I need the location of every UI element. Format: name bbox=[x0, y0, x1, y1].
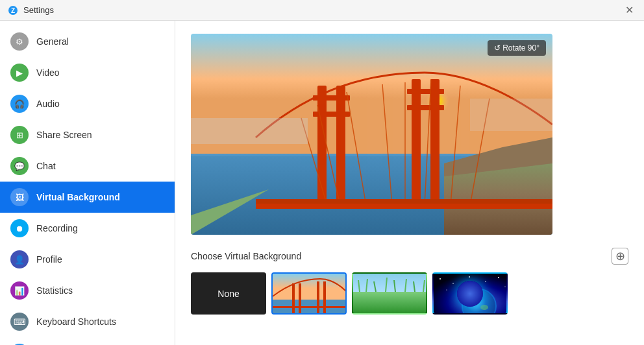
share-screen-icon: ⊞ bbox=[10, 126, 29, 144]
svg-rect-13 bbox=[412, 79, 421, 206]
add-background-button[interactable]: ⊕ bbox=[612, 248, 628, 265]
sidebar-label-audio: Audio bbox=[36, 99, 60, 109]
svg-rect-32 bbox=[299, 283, 301, 315]
choose-header: Choose Virtual Background ⊕ bbox=[191, 248, 628, 265]
svg-point-52 bbox=[446, 289, 447, 290]
svg-rect-26 bbox=[256, 199, 552, 204]
thumbnail-none[interactable]: None bbox=[191, 272, 266, 315]
svg-rect-35 bbox=[273, 306, 347, 308]
recording-icon: ⏺ bbox=[10, 219, 29, 237]
svg-point-56 bbox=[469, 299, 479, 305]
none-label: None bbox=[217, 289, 239, 299]
general-icon: ⚙ bbox=[10, 32, 29, 51]
title-bar-left: Z Settings bbox=[8, 5, 54, 16]
svg-text:Z: Z bbox=[11, 7, 15, 14]
svg-rect-10 bbox=[336, 86, 345, 206]
rotate-button[interactable]: ↺ Rotate 90° bbox=[488, 40, 546, 56]
svg-rect-14 bbox=[430, 79, 440, 206]
sidebar-item-share-screen[interactable]: ⊞Share Screen bbox=[0, 119, 175, 150]
audio-icon: 🎧 bbox=[10, 95, 29, 113]
app-icon: Z bbox=[8, 5, 18, 16]
sidebar-label-video: Video bbox=[36, 67, 60, 78]
sidebar-label-profile: Profile bbox=[36, 254, 62, 265]
sidebar-label-virtual-background: Virtual Background bbox=[36, 192, 120, 202]
thumbnails-container: None bbox=[191, 272, 628, 315]
profile-icon: 👤 bbox=[10, 250, 29, 268]
svg-rect-16 bbox=[407, 105, 444, 110]
sidebar-label-statistics: Statistics bbox=[36, 285, 73, 296]
svg-point-57 bbox=[480, 305, 488, 310]
svg-point-48 bbox=[452, 283, 454, 284]
sidebar-item-general[interactable]: ⚙General bbox=[0, 26, 175, 57]
sidebar-label-recording: Recording bbox=[36, 223, 78, 233]
plus-icon: ⊕ bbox=[615, 250, 625, 262]
thumbnail-bridge[interactable] bbox=[271, 272, 347, 315]
thumbnail-space[interactable] bbox=[432, 272, 508, 315]
choose-section: Choose Virtual Background ⊕ None bbox=[191, 248, 628, 315]
svg-rect-36 bbox=[353, 274, 427, 293]
close-button[interactable]: ✕ bbox=[623, 3, 636, 18]
chat-icon: 💬 bbox=[10, 157, 29, 175]
sidebar-item-audio[interactable]: 🎧Audio bbox=[0, 88, 175, 119]
content-area: ↺ Rotate 90° Choose Virtual Background ⊕… bbox=[175, 21, 644, 345]
svg-rect-37 bbox=[353, 292, 427, 315]
thumbnail-grass[interactable] bbox=[352, 272, 427, 315]
sidebar: ⚙General▶Video🎧Audio⊞Share Screen💬Chat🖼V… bbox=[0, 21, 175, 345]
sidebar-item-recording[interactable]: ⏺Recording bbox=[0, 213, 175, 244]
svg-point-53 bbox=[462, 286, 464, 287]
svg-point-49 bbox=[469, 276, 470, 278]
svg-rect-34 bbox=[323, 281, 326, 315]
sidebar-item-chat[interactable]: 💬Chat bbox=[0, 150, 175, 182]
sidebar-item-profile[interactable]: 👤Profile bbox=[0, 244, 175, 275]
svg-point-51 bbox=[498, 277, 499, 278]
statistics-icon: 📊 bbox=[10, 281, 29, 300]
svg-rect-15 bbox=[407, 89, 444, 94]
sidebar-item-keyboard-shortcuts[interactable]: ⌨Keyboard Shortcuts bbox=[0, 306, 175, 337]
svg-rect-28 bbox=[470, 99, 552, 131]
svg-point-47 bbox=[440, 278, 441, 280]
choose-title: Choose Virtual Background bbox=[191, 251, 301, 261]
svg-rect-33 bbox=[317, 281, 319, 315]
svg-rect-27 bbox=[191, 118, 308, 144]
title-bar: Z Settings ✕ bbox=[0, 0, 644, 21]
sidebar-item-statistics[interactable]: 📊Statistics bbox=[0, 275, 175, 306]
sidebar-label-share-screen: Share Screen bbox=[36, 130, 92, 140]
preview-container: ↺ Rotate 90° bbox=[191, 34, 552, 235]
sidebar-item-virtual-background[interactable]: 🖼Virtual Background bbox=[0, 182, 175, 213]
window-title: Settings bbox=[23, 5, 54, 15]
virtual-background-icon: 🖼 bbox=[10, 188, 29, 206]
svg-point-54 bbox=[504, 286, 505, 287]
svg-rect-31 bbox=[292, 283, 295, 315]
sidebar-label-general: General bbox=[36, 36, 69, 47]
svg-rect-12 bbox=[313, 112, 350, 117]
sidebar-item-video[interactable]: ▶Video bbox=[0, 57, 175, 88]
sidebar-item-accessibility[interactable]: ♿Accessibility bbox=[0, 337, 175, 345]
main-content: ⚙General▶Video🎧Audio⊞Share Screen💬Chat🖼V… bbox=[0, 21, 644, 345]
sidebar-label-keyboard-shortcuts: Keyboard Shortcuts bbox=[36, 316, 116, 327]
bridge-preview bbox=[191, 34, 552, 235]
video-icon: ▶ bbox=[10, 64, 29, 82]
keyboard-shortcuts-icon: ⌨ bbox=[10, 313, 29, 331]
sidebar-label-chat: Chat bbox=[36, 161, 56, 171]
svg-point-50 bbox=[485, 281, 486, 282]
